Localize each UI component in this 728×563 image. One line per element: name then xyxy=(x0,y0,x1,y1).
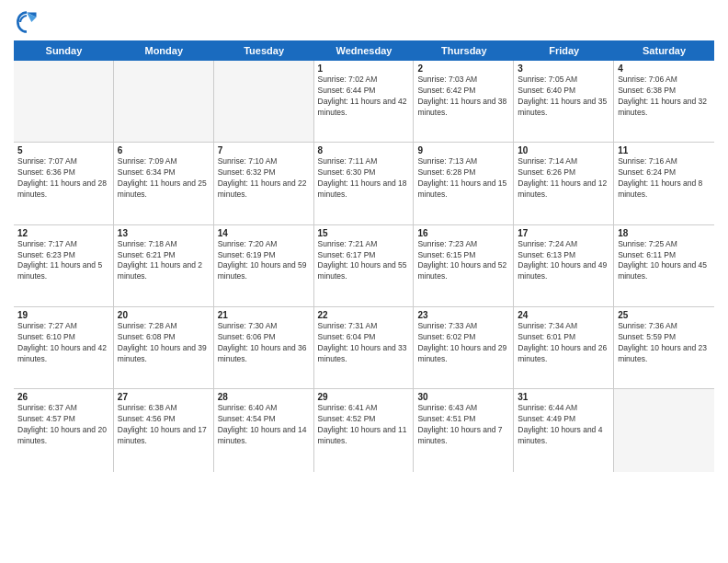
day-cell-19: 19Sunrise: 7:27 AMSunset: 6:10 PMDayligh… xyxy=(14,307,114,388)
day-info: Sunrise: 7:30 AMSunset: 6:06 PMDaylight:… xyxy=(218,321,310,365)
header xyxy=(14,9,714,35)
day-info: Sunrise: 7:25 AMSunset: 6:11 PMDaylight:… xyxy=(618,239,711,283)
empty-cell xyxy=(14,61,114,142)
day-info: Sunrise: 7:09 AMSunset: 6:34 PMDaylight:… xyxy=(118,156,210,201)
calendar: SundayMondayTuesdayWednesdayThursdayFrid… xyxy=(14,40,714,554)
day-cell-21: 21Sunrise: 7:30 AMSunset: 6:06 PMDayligh… xyxy=(214,307,314,388)
day-cell-2: 2Sunrise: 7:03 AMSunset: 6:42 PMDaylight… xyxy=(414,61,514,142)
day-number: 12 xyxy=(17,228,109,238)
day-number: 28 xyxy=(218,392,310,402)
day-info: Sunrise: 7:13 AMSunset: 6:28 PMDaylight:… xyxy=(417,156,509,201)
day-info: Sunrise: 7:17 AMSunset: 6:23 PMDaylight:… xyxy=(17,239,109,283)
day-info: Sunrise: 6:40 AMSunset: 4:54 PMDaylight:… xyxy=(218,403,310,447)
header-day-friday: Friday xyxy=(514,40,614,61)
day-number: 26 xyxy=(17,392,109,402)
day-number: 21 xyxy=(218,310,310,320)
day-cell-13: 13Sunrise: 7:18 AMSunset: 6:21 PMDayligh… xyxy=(114,225,214,306)
day-cell-12: 12Sunrise: 7:17 AMSunset: 6:23 PMDayligh… xyxy=(14,225,114,306)
day-info: Sunrise: 7:31 AMSunset: 6:04 PMDaylight:… xyxy=(318,321,410,365)
day-number: 23 xyxy=(417,310,509,320)
day-number: 5 xyxy=(17,145,109,155)
logo-icon xyxy=(14,9,40,35)
day-cell-31: 31Sunrise: 6:44 AMSunset: 4:49 PMDayligh… xyxy=(514,389,614,471)
day-cell-24: 24Sunrise: 7:34 AMSunset: 6:01 PMDayligh… xyxy=(514,307,614,388)
day-cell-9: 9Sunrise: 7:13 AMSunset: 6:28 PMDaylight… xyxy=(414,143,514,224)
day-info: Sunrise: 7:18 AMSunset: 6:21 PMDaylight:… xyxy=(118,239,210,283)
day-info: Sunrise: 7:07 AMSunset: 6:36 PMDaylight:… xyxy=(17,156,109,201)
day-cell-7: 7Sunrise: 7:10 AMSunset: 6:32 PMDaylight… xyxy=(214,143,314,224)
day-cell-4: 4Sunrise: 7:06 AMSunset: 6:38 PMDaylight… xyxy=(614,61,714,142)
day-cell-22: 22Sunrise: 7:31 AMSunset: 6:04 PMDayligh… xyxy=(314,307,415,388)
day-info: Sunrise: 7:33 AMSunset: 6:02 PMDaylight:… xyxy=(417,321,509,365)
day-info: Sunrise: 6:38 AMSunset: 4:56 PMDaylight:… xyxy=(118,403,210,447)
day-info: Sunrise: 7:06 AMSunset: 6:38 PMDaylight:… xyxy=(618,75,711,119)
day-info: Sunrise: 6:43 AMSunset: 4:51 PMDaylight:… xyxy=(417,403,509,447)
day-info: Sunrise: 7:28 AMSunset: 6:08 PMDaylight:… xyxy=(118,321,210,365)
day-cell-18: 18Sunrise: 7:25 AMSunset: 6:11 PMDayligh… xyxy=(614,225,714,306)
day-number: 8 xyxy=(318,145,410,155)
day-cell-16: 16Sunrise: 7:23 AMSunset: 6:15 PMDayligh… xyxy=(414,225,514,306)
header-day-saturday: Saturday xyxy=(614,40,714,61)
logo xyxy=(14,9,43,35)
day-info: Sunrise: 7:16 AMSunset: 6:24 PMDaylight:… xyxy=(618,156,711,201)
day-info: Sunrise: 7:34 AMSunset: 6:01 PMDaylight:… xyxy=(518,321,609,365)
day-cell-3: 3Sunrise: 7:05 AMSunset: 6:40 PMDaylight… xyxy=(514,61,614,142)
day-number: 14 xyxy=(218,228,310,238)
day-info: Sunrise: 7:36 AMSunset: 5:59 PMDaylight:… xyxy=(618,321,711,365)
day-cell-6: 6Sunrise: 7:09 AMSunset: 6:34 PMDaylight… xyxy=(114,143,214,224)
day-number: 13 xyxy=(118,228,210,238)
week-row-4: 19Sunrise: 7:27 AMSunset: 6:10 PMDayligh… xyxy=(14,307,714,389)
day-cell-14: 14Sunrise: 7:20 AMSunset: 6:19 PMDayligh… xyxy=(214,225,314,306)
day-number: 31 xyxy=(518,392,609,402)
empty-cell xyxy=(614,389,714,471)
day-number: 9 xyxy=(417,145,509,155)
day-info: Sunrise: 7:14 AMSunset: 6:26 PMDaylight:… xyxy=(518,156,609,201)
page: SundayMondayTuesdayWednesdayThursdayFrid… xyxy=(0,0,728,563)
header-day-tuesday: Tuesday xyxy=(214,40,314,61)
day-info: Sunrise: 7:03 AMSunset: 6:42 PMDaylight:… xyxy=(417,75,509,119)
calendar-header: SundayMondayTuesdayWednesdayThursdayFrid… xyxy=(14,40,714,61)
day-cell-23: 23Sunrise: 7:33 AMSunset: 6:02 PMDayligh… xyxy=(414,307,514,388)
header-day-sunday: Sunday xyxy=(14,40,114,61)
day-cell-1: 1Sunrise: 7:02 AMSunset: 6:44 PMDaylight… xyxy=(314,61,415,142)
week-row-3: 12Sunrise: 7:17 AMSunset: 6:23 PMDayligh… xyxy=(14,225,714,307)
day-number: 1 xyxy=(318,63,410,74)
day-number: 30 xyxy=(417,392,509,402)
day-number: 7 xyxy=(218,145,310,155)
day-info: Sunrise: 6:41 AMSunset: 4:52 PMDaylight:… xyxy=(318,403,410,447)
week-row-2: 5Sunrise: 7:07 AMSunset: 6:36 PMDaylight… xyxy=(14,143,714,224)
day-number: 18 xyxy=(618,228,711,238)
day-number: 25 xyxy=(618,310,711,320)
day-info: Sunrise: 7:20 AMSunset: 6:19 PMDaylight:… xyxy=(218,239,310,283)
day-cell-28: 28Sunrise: 6:40 AMSunset: 4:54 PMDayligh… xyxy=(214,389,314,471)
day-info: Sunrise: 7:21 AMSunset: 6:17 PMDaylight:… xyxy=(318,239,410,283)
day-info: Sunrise: 6:44 AMSunset: 4:49 PMDaylight:… xyxy=(518,403,609,447)
day-number: 24 xyxy=(518,310,609,320)
day-number: 11 xyxy=(618,145,711,155)
day-cell-11: 11Sunrise: 7:16 AMSunset: 6:24 PMDayligh… xyxy=(614,143,714,224)
header-day-monday: Monday xyxy=(114,40,214,61)
calendar-body: 1Sunrise: 7:02 AMSunset: 6:44 PMDaylight… xyxy=(14,61,714,554)
day-number: 16 xyxy=(417,228,509,238)
day-number: 2 xyxy=(417,63,509,74)
empty-cell xyxy=(114,61,214,142)
week-row-1: 1Sunrise: 7:02 AMSunset: 6:44 PMDaylight… xyxy=(14,61,714,143)
day-number: 15 xyxy=(318,228,410,238)
day-cell-29: 29Sunrise: 6:41 AMSunset: 4:52 PMDayligh… xyxy=(314,389,415,471)
day-number: 10 xyxy=(518,145,609,155)
day-info: Sunrise: 7:24 AMSunset: 6:13 PMDaylight:… xyxy=(518,239,609,283)
day-info: Sunrise: 7:02 AMSunset: 6:44 PMDaylight:… xyxy=(318,75,410,119)
day-cell-25: 25Sunrise: 7:36 AMSunset: 5:59 PMDayligh… xyxy=(614,307,714,388)
day-info: Sunrise: 6:37 AMSunset: 4:57 PMDaylight:… xyxy=(17,403,109,447)
day-number: 4 xyxy=(618,63,711,74)
day-info: Sunrise: 7:10 AMSunset: 6:32 PMDaylight:… xyxy=(218,156,310,201)
day-cell-15: 15Sunrise: 7:21 AMSunset: 6:17 PMDayligh… xyxy=(314,225,415,306)
day-number: 22 xyxy=(318,310,410,320)
day-number: 17 xyxy=(518,228,609,238)
day-cell-30: 30Sunrise: 6:43 AMSunset: 4:51 PMDayligh… xyxy=(414,389,514,471)
day-info: Sunrise: 7:05 AMSunset: 6:40 PMDaylight:… xyxy=(518,75,609,119)
day-cell-26: 26Sunrise: 6:37 AMSunset: 4:57 PMDayligh… xyxy=(14,389,114,471)
day-cell-20: 20Sunrise: 7:28 AMSunset: 6:08 PMDayligh… xyxy=(114,307,214,388)
empty-cell xyxy=(214,61,314,142)
day-cell-5: 5Sunrise: 7:07 AMSunset: 6:36 PMDaylight… xyxy=(14,143,114,224)
